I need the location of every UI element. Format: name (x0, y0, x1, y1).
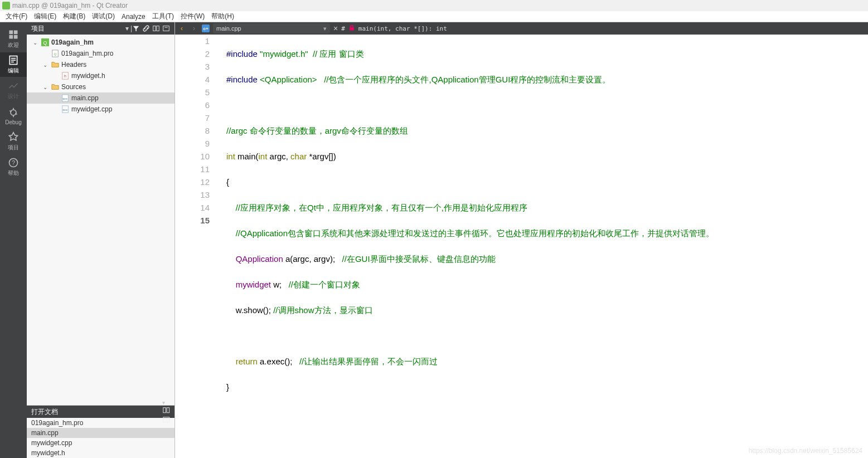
nav-forward-button[interactable]: › (190, 24, 198, 33)
tree-pro-file[interactable]: Q 019again_hm.pro (27, 48, 174, 59)
tree-sources-label: Sources (61, 83, 86, 91)
menu-analyze[interactable]: Analyze (118, 13, 149, 21)
svg-rect-1 (14, 31, 18, 35)
folder-icon (51, 61, 59, 69)
tree-headers[interactable]: ⌄ Headers (27, 59, 174, 70)
filter-icon[interactable] (132, 25, 140, 32)
svg-rect-31 (163, 417, 169, 422)
symbol-selector[interactable]: main(int, char *[]): int (358, 25, 447, 32)
watermark: https://blog.csdn.net/weixin_51585624 (749, 447, 862, 455)
svg-text:Q: Q (54, 52, 57, 56)
menu-help[interactable]: 帮助(H) (208, 12, 237, 21)
svg-point-8 (11, 110, 16, 115)
mode-welcome-label: 欢迎 (8, 41, 19, 49)
svg-text:?: ? (12, 159, 15, 166)
window-title: main.cpp @ 019again_hm - Qt Creator (12, 2, 128, 9)
h-file-icon: h (61, 72, 69, 80)
line-number: 1 (175, 35, 210, 47)
split-icon[interactable] (152, 25, 160, 32)
tree-root-label: 019again_hm (51, 38, 94, 46)
svg-text:c++: c++ (63, 97, 68, 100)
tree-main-cpp[interactable]: c++ main.cpp (27, 92, 174, 104)
svg-rect-16 (157, 26, 159, 31)
mode-edit-label: 编辑 (8, 67, 19, 75)
mode-projects-label: 项目 (8, 144, 19, 152)
close-file-button[interactable]: × (333, 24, 338, 33)
tree-mywidget-cpp[interactable]: c++ mywidget.cpp (27, 104, 174, 115)
mode-help[interactable]: ? 帮助 (0, 155, 27, 179)
open-doc-mywidget-cpp[interactable]: mywidget.cpp (27, 438, 174, 448)
svg-text:Q: Q (43, 40, 47, 46)
link-icon[interactable] (142, 25, 150, 32)
mode-design[interactable]: 设计 (0, 78, 27, 103)
tree-sources[interactable]: ⌄ Sources (27, 81, 174, 92)
tree-mywidget-label: mywidget.cpp (71, 105, 112, 113)
file-selector-label: main.cpp (216, 25, 241, 32)
svg-rect-0 (9, 31, 13, 35)
menu-widgets[interactable]: 控件(W) (177, 12, 208, 21)
nav-back-button[interactable]: ‹ (177, 24, 186, 33)
tree-pro-label: 019again_hm.pro (61, 50, 113, 57)
open-doc-mywidget-h[interactable]: mywidget.h (27, 448, 174, 458)
svg-rect-30 (167, 407, 169, 412)
svg-rect-2 (9, 35, 13, 39)
line-number: 11 (175, 163, 210, 176)
cpp-file-icon: c++ (61, 105, 69, 113)
gutter: 1 2 3 4 5 6 7 8 9 10 11 12 13 14 15 (175, 35, 214, 458)
open-doc-main[interactable]: main.cpp (27, 428, 174, 438)
svg-text:c++: c++ (63, 108, 68, 111)
line-number: 3 (175, 60, 210, 73)
line-number: 5 (175, 86, 210, 99)
menu-file[interactable]: 文件(F) (2, 12, 31, 21)
tree-header-file[interactable]: h mywidget.h (27, 70, 174, 81)
svg-rect-17 (163, 26, 169, 31)
project-icon: Q (41, 38, 49, 46)
project-header-label: 项目 (31, 24, 125, 33)
editor: ‹ › c+ main.cpp ▾ × # main(int, char *[]… (175, 22, 868, 458)
line-number: 9 (175, 137, 210, 150)
code-text[interactable]: #include "mywidget.h" // 应用 窗口类 #include… (224, 35, 714, 458)
menu-debug[interactable]: 调试(D) (89, 12, 118, 21)
svg-rect-29 (163, 407, 166, 412)
mode-projects[interactable]: 项目 (0, 129, 27, 154)
line-number: 8 (175, 124, 210, 137)
menu-edit[interactable]: 编辑(E) (31, 12, 60, 21)
close-panel-icon[interactable] (162, 25, 170, 32)
open-docs-title: 打开文档 (31, 407, 58, 417)
mode-help-label: 帮助 (8, 169, 19, 177)
open-doc-pro[interactable]: 019again_hm.pro (27, 418, 174, 428)
line-number: 4 (175, 73, 210, 86)
tree-project-root[interactable]: ⌄ Q 019again_hm (27, 37, 174, 48)
code-area[interactable]: 1 2 3 4 5 6 7 8 9 10 11 12 13 14 15 #inc… (175, 35, 868, 458)
editor-toolbar: ‹ › c+ main.cpp ▾ × # main(int, char *[]… (175, 22, 868, 35)
file-selector[interactable]: main.cpp ▾ (213, 23, 330, 33)
line-number: 6 (175, 99, 210, 111)
qt-icon (2, 2, 10, 9)
menu-tools[interactable]: 工具(T) (149, 12, 177, 21)
mode-welcome[interactable]: 欢迎 (0, 27, 27, 51)
titlebar: main.cpp @ 019again_hm - Qt Creator (0, 0, 868, 11)
close-panel-icon[interactable] (162, 416, 170, 423)
line-number: 13 (175, 188, 210, 201)
tree-header-label: mywidget.h (71, 72, 105, 80)
side-panel: 项目 ▾ | ⌄ Q 019again_hm Q 019again_hm.pro… (27, 22, 175, 458)
cpp-file-icon: c+ (202, 25, 210, 32)
svg-text:h: h (64, 74, 66, 78)
mode-edit[interactable]: 编辑 (0, 52, 27, 77)
project-header: 项目 ▾ | (27, 22, 174, 35)
line-number: 12 (175, 176, 210, 188)
pro-file-icon: Q (51, 50, 59, 57)
tree-headers-label: Headers (61, 61, 86, 69)
mode-design-label: 设计 (8, 92, 19, 100)
line-number: 14 (175, 201, 210, 214)
line-number: 10 (175, 150, 210, 163)
menu-build[interactable]: 构建(B) (60, 12, 89, 21)
tree-main-label: main.cpp (71, 94, 99, 102)
split-icon[interactable] (162, 406, 170, 414)
svg-rect-3 (14, 35, 18, 39)
mode-bar: 欢迎 编辑 设计 Debug 项目 ? 帮助 (0, 22, 27, 458)
mode-debug[interactable]: Debug (0, 104, 27, 128)
svg-rect-15 (153, 26, 156, 31)
folder-icon (51, 83, 59, 91)
hash-label: # (341, 25, 345, 32)
